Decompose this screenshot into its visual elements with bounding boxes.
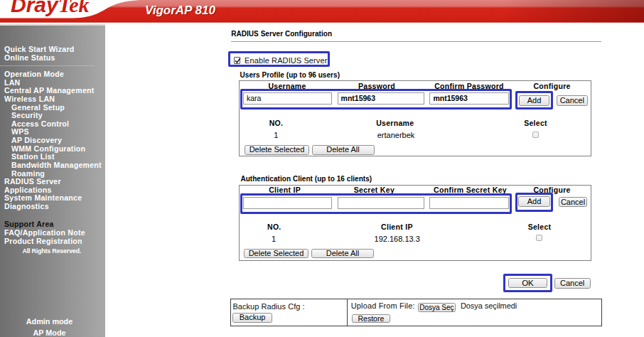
svg-text:VigorAP 810: VigorAP 810 [145,4,215,17]
svg-text:DrayTek: DrayTek [11,0,90,16]
